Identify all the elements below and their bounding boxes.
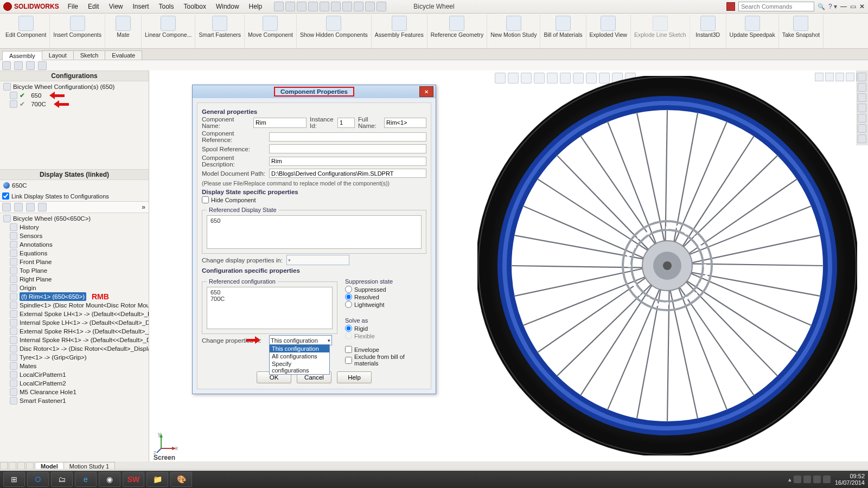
view-palette-icon[interactable] (858, 104, 866, 112)
dialog-titlebar[interactable]: Component Properties × (193, 85, 436, 98)
opt-all-configs[interactable]: All configurations (270, 352, 329, 360)
item-config-700c[interactable]: 700C (210, 296, 329, 302)
taskbar-explorer[interactable]: 🗂 (51, 472, 73, 487)
custom-props-icon[interactable] (858, 124, 866, 133)
appearances-icon[interactable] (858, 114, 866, 123)
ribbon-mate[interactable]: Mate (105, 15, 142, 48)
help-button[interactable]: Help (337, 371, 372, 383)
display-icon[interactable] (14, 203, 23, 211)
chk-hide-component[interactable] (202, 196, 209, 203)
dimxpert-icon[interactable] (38, 61, 47, 70)
ribbon-insert-components[interactable]: Insert Components (50, 15, 105, 48)
save-icon[interactable] (297, 2, 307, 11)
input-component-ref[interactable] (269, 132, 426, 142)
input-instance-id[interactable] (337, 118, 355, 128)
tab-evaluate[interactable]: Evaluate (105, 50, 142, 60)
tree-history[interactable]: History (20, 223, 39, 232)
tree-spindle[interactable]: Spindle<1> (Disc Rotor Mount<Disc Rotor … (20, 301, 149, 310)
list-ref-display-state[interactable]: 650 (207, 215, 422, 249)
radio-rigid[interactable] (345, 325, 352, 332)
tree-tyre[interactable]: Tyre<1> -> (Grip<Grip>) (20, 353, 87, 362)
tree-int-spoke-rh[interactable]: Internal Spoke RH<1> -> (Default<<Defaul… (20, 336, 149, 344)
config-icon[interactable] (38, 203, 47, 211)
menu-edit[interactable]: Edit (84, 2, 104, 11)
menu-view[interactable]: View (105, 2, 127, 11)
taskbar-solidworks[interactable]: SW (123, 472, 144, 487)
tree-annotations[interactable]: Annotations (20, 240, 53, 249)
menu-tools[interactable]: Tools (155, 2, 178, 11)
sw-resources-icon[interactable] (858, 73, 866, 81)
tree-ext-spoke-rh[interactable]: External Spoke RH<1> -> (Default<<Defaul… (20, 327, 149, 336)
menu-toolbox[interactable]: Toolbox (180, 2, 210, 11)
dialog-close-button[interactable]: × (419, 86, 433, 97)
opt-specify-configs[interactable]: Specify configurations (270, 360, 329, 374)
redo-icon[interactable] (331, 2, 341, 11)
tree-ext-spoke-lh[interactable]: External Spoke LH<1> -> (Default<<Defaul… (20, 310, 149, 318)
tab-layout[interactable]: Layout (42, 50, 74, 60)
rebuild-icon[interactable] (354, 2, 363, 11)
tab-sketch[interactable]: Sketch (73, 50, 106, 60)
ribbon-bom[interactable]: Bill of Materials (540, 15, 586, 48)
ribbon-take-snapshot[interactable]: Take Snapshot (779, 15, 824, 48)
link-display-checkbox[interactable] (2, 192, 9, 200)
configurations-tree[interactable]: Bicycle Wheel Configuration(s) (650) ✔ 6… (0, 81, 149, 110)
tree-m5-hole[interactable]: M5 Clearance Hole1 (20, 388, 76, 396)
list-ref-config[interactable]: 650 700C (207, 287, 333, 329)
ribbon-move-component[interactable]: Move Component (245, 15, 297, 48)
config-700c[interactable]: 700C (31, 100, 46, 108)
tree-equations[interactable]: Equations (20, 249, 47, 258)
menu-file[interactable]: File (63, 2, 82, 11)
design-library-icon[interactable] (858, 83, 866, 92)
minimize-icon[interactable]: — (840, 3, 847, 10)
tab-assembly[interactable]: Assembly (2, 51, 42, 60)
tray-icon[interactable] (794, 476, 801, 483)
ribbon-edit-component[interactable]: Edit Component (2, 15, 50, 48)
expand-icon[interactable]: » (142, 203, 149, 211)
start-button[interactable]: ⊞ (3, 472, 25, 487)
tree-disc-rotor[interactable]: Disc Rotor<1> -> (Disc Rotor<<Default>_D… (20, 344, 149, 353)
combo-change-props-dropdown[interactable]: This configuration All configurations Sp… (269, 344, 330, 375)
forum-icon[interactable] (858, 134, 866, 143)
menu-window[interactable]: Window (212, 2, 244, 11)
ribbon-motion-study[interactable]: New Motion Study (487, 15, 540, 48)
new-icon[interactable] (274, 2, 284, 11)
link-display-states[interactable]: Link Display States to Configurations (0, 191, 149, 201)
input-spool-ref[interactable] (269, 144, 426, 153)
input-component-name[interactable] (253, 118, 307, 128)
ribbon-exploded-view[interactable]: Exploded View (586, 15, 631, 48)
search-commands-input[interactable] (738, 2, 814, 11)
display-state-650c[interactable]: 650C (12, 181, 27, 190)
open-icon[interactable] (285, 2, 295, 11)
tree-front-plane[interactable]: Front Plane (20, 258, 52, 266)
tree-smart-fastener[interactable]: Smart Fastener1 (20, 396, 66, 405)
tree-sensors[interactable]: Sensors (20, 232, 42, 240)
ribbon-assembly-features[interactable]: Assembly Features (372, 15, 427, 48)
item-config-650[interactable]: 650 (210, 289, 329, 296)
menu-insert[interactable]: Insert (129, 2, 154, 11)
item-650-display[interactable]: 650 (210, 217, 418, 224)
restore-icon[interactable]: ▭ (850, 3, 856, 10)
config-manager-icon[interactable] (26, 61, 35, 70)
ribbon-smart-fasteners[interactable]: Smart Fasteners (195, 15, 245, 48)
ribbon-show-hidden[interactable]: Show Hidden Components (297, 15, 372, 48)
ribbon-ref-geometry[interactable]: Reference Geometry (427, 15, 487, 48)
chk-exclude-bom[interactable] (345, 357, 352, 364)
close-icon[interactable]: ✕ (859, 3, 865, 10)
tree-top-plane[interactable]: Top Plane (20, 266, 47, 275)
tree-int-spoke-lh[interactable]: Internal Spoke LH<1> -> (Default<<Defaul… (20, 318, 149, 327)
tree-mates[interactable]: Mates (20, 362, 36, 370)
config-650[interactable]: 650 (31, 91, 41, 100)
tray-volume-icon[interactable] (823, 476, 831, 483)
taskbar-folder[interactable]: 📁 (146, 472, 168, 487)
opt-this-config[interactable]: This configuration (270, 345, 329, 352)
print-icon[interactable] (308, 2, 318, 11)
taskbar-ie[interactable]: e (75, 472, 97, 487)
ribbon-linear-component[interactable]: Linear Compone... (142, 15, 195, 48)
appearance-icon[interactable] (26, 203, 35, 211)
display-states-tree[interactable]: 650C (0, 180, 149, 191)
menu-help[interactable]: Help (245, 2, 267, 11)
radio-lightweight[interactable] (345, 301, 352, 308)
radio-suppressed[interactable] (345, 286, 352, 293)
taskbar-clock[interactable]: 09:52 16/07/2014 (835, 473, 865, 486)
feature-tree-icon[interactable] (2, 61, 11, 70)
